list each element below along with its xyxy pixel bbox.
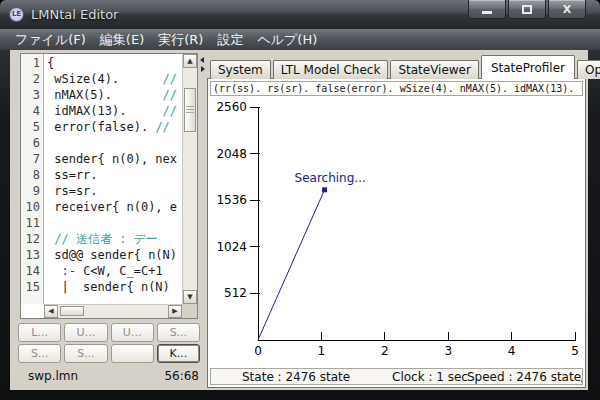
thumb-grip-icon [186, 106, 194, 115]
tab-stateviewer[interactable]: StateViewer [390, 60, 479, 79]
code-area[interactable]: { wSize(4). // nMAX(5). // idMAX(13). //… [47, 55, 182, 304]
code-line: | sender{ n(N) [47, 279, 182, 295]
action-button[interactable]: S... [18, 344, 61, 363]
left-status-bar: swp.lmn 56:68 [20, 367, 199, 385]
line-number: 4 [21, 103, 43, 119]
editor-vertical-scrollbar[interactable]: ▲ ▼ [182, 54, 197, 304]
state-count: State : 2476 state [242, 370, 350, 384]
action-button[interactable]: L... [18, 323, 61, 342]
action-button[interactable]: S... [157, 323, 200, 342]
x-axis-label: 2 [381, 344, 389, 358]
searching-annotation: Searching... [295, 171, 366, 185]
menu-item[interactable]: 設定 [210, 30, 250, 50]
line-number: 3 [21, 87, 43, 103]
horizontal-scroll-thumb[interactable] [60, 306, 84, 316]
minimize-icon [482, 11, 492, 14]
cursor-position: 56:68 [164, 369, 199, 383]
editor-horizontal-scrollbar[interactable]: ◀ ▶ [44, 304, 182, 318]
line-number: 5 [21, 119, 43, 135]
chart-axes [258, 107, 576, 340]
code-line: sd@@ sender{ n(N) [47, 247, 182, 263]
close-icon: X [563, 4, 571, 15]
code-line: idMAX(13). // [47, 103, 182, 119]
action-button[interactable] [111, 344, 154, 363]
profiler-status-bar: State : 2476 state Clock : 1 sec Speed :… [210, 368, 583, 385]
tab-stateprofiler[interactable]: StateProfiler [481, 55, 575, 79]
code-line: sender{ n(0), nex [47, 151, 182, 167]
line-number: 1 [21, 55, 43, 71]
action-button[interactable]: U... [111, 323, 154, 342]
title-bar[interactable]: LE LMNtal Editor X [0, 0, 600, 28]
code-line: wSize(4). // [47, 71, 182, 87]
menu-item[interactable]: 編集(E) [93, 30, 151, 50]
app-window: LE LMNtal Editor X ファイル(F)編集(E)実行(R)設定ヘル… [0, 0, 600, 400]
y-axis-label: 2048 [216, 147, 247, 161]
profiler-chart: 5121024153620482560012345Searching... [208, 98, 586, 364]
close-button[interactable]: X [548, 0, 586, 19]
line-number: 13 [21, 247, 43, 263]
code-line: :- C<W, C_=C+1 [47, 263, 182, 279]
line-number: 11 [21, 215, 43, 231]
right-panel: SystemLTL Model CheckStateViewerStatePro… [207, 50, 588, 390]
line-number: 10 [21, 199, 43, 215]
chart-canvas: 5121024153620482560012345Searching... [208, 98, 586, 364]
maximize-icon [522, 5, 532, 14]
scroll-left-button[interactable]: ◀ [44, 305, 58, 318]
x-axis-label: 0 [254, 344, 262, 358]
code-line: ss=rr. [47, 167, 182, 183]
line-number: 7 [21, 151, 43, 167]
line-number: 9 [21, 183, 43, 199]
action-button[interactable]: K... [157, 344, 200, 363]
action-button[interactable]: U... [64, 323, 107, 342]
menu-item[interactable]: ヘルプ(H) [250, 30, 324, 50]
speed-value: Speed : 2476 state/se... [467, 370, 583, 384]
data-line [258, 190, 325, 340]
profiler-header-text: (rr(ss). rs(sr). false(error). wSize(4).… [210, 81, 583, 96]
scroll-up-button[interactable]: ▲ [183, 54, 197, 68]
splitter-collapse-right-icon[interactable] [201, 66, 205, 72]
scrollbar-corner [182, 304, 197, 318]
code-line: receiver{ n(0), e [47, 199, 182, 215]
vertical-scroll-thumb[interactable] [184, 88, 196, 132]
action-button[interactable]: S... [64, 344, 107, 363]
clock-value: Clock : 1 sec [392, 370, 468, 384]
minimize-button[interactable] [468, 0, 506, 19]
maximize-button[interactable] [508, 0, 546, 19]
y-axis-label: 512 [224, 286, 247, 300]
line-number: 12 [21, 231, 43, 247]
tab-bar: SystemLTL Model CheckStateViewerStatePro… [210, 54, 600, 79]
y-axis-label: 1536 [216, 193, 247, 207]
code-line: error(false). // [47, 119, 182, 135]
x-axis-label: 5 [571, 344, 579, 358]
x-axis-label: 4 [508, 344, 516, 358]
code-line [47, 215, 182, 231]
scroll-down-button[interactable]: ▼ [183, 290, 197, 304]
left-button-grid: L...U...U...S...S...S...K... [18, 323, 200, 365]
line-number: 15 [21, 279, 43, 295]
code-line: nMAX(5). // [47, 87, 182, 103]
code-line: // 送信者 : デー [47, 231, 182, 247]
scroll-right-button[interactable]: ▶ [168, 305, 182, 318]
content-area: 123456789101112131415 { wSize(4). // nMA… [10, 50, 588, 390]
window-controls: X [468, 0, 586, 19]
x-axis-label: 1 [318, 344, 326, 358]
splitter-collapse-left-icon[interactable] [200, 57, 204, 63]
tab-ltl-model-check[interactable]: LTL Model Check [273, 60, 389, 79]
code-editor: 123456789101112131415 { wSize(4). // nMA… [20, 53, 198, 319]
window-title: LMNtal Editor [31, 7, 118, 22]
menu-item[interactable]: 実行(R) [151, 30, 210, 50]
file-name: swp.lmn [28, 369, 78, 383]
line-number: 6 [21, 135, 43, 151]
code-line: { [47, 55, 182, 71]
y-axis-label: 1024 [216, 240, 247, 254]
line-number: 8 [21, 167, 43, 183]
data-point-marker [322, 187, 327, 192]
app-icon: LE [9, 7, 24, 22]
tab-option[interactable]: Option [577, 60, 600, 79]
tab-system[interactable]: System [210, 60, 271, 79]
line-number: 2 [21, 71, 43, 87]
y-axis-label: 2560 [216, 100, 247, 114]
menu-item[interactable]: ファイル(F) [8, 30, 93, 50]
line-number-gutter: 123456789101112131415 [21, 54, 44, 304]
split-divider[interactable] [199, 50, 207, 390]
